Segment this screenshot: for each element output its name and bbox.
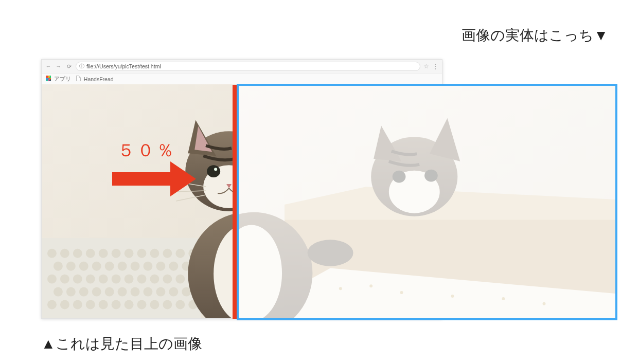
menu-icon[interactable]: ⋮ (432, 63, 439, 70)
percentage-label: ５０％ (117, 139, 176, 162)
bookmark-item-1-label: HandsFread (84, 76, 114, 82)
svg-point-48 (47, 300, 57, 310)
bookmarks-bar: アプリ HandsFread (42, 73, 442, 84)
url-bar[interactable]: ⓘ file:///Users/yu/picTest/test.html (76, 62, 420, 71)
svg-point-19 (118, 262, 127, 271)
svg-point-42 (118, 287, 127, 297)
svg-point-30 (112, 275, 121, 284)
svg-point-49 (60, 300, 69, 310)
svg-point-57 (163, 300, 172, 310)
svg-point-21 (143, 262, 152, 271)
arrow-right-icon (112, 163, 197, 194)
svg-point-15 (66, 262, 76, 271)
fifty-percent-divider (233, 85, 237, 319)
svg-point-8 (125, 249, 134, 258)
svg-point-53 (112, 300, 121, 310)
svg-point-56 (150, 300, 159, 310)
svg-point-16 (79, 262, 88, 271)
svg-point-37 (54, 287, 63, 297)
svg-point-17 (92, 262, 101, 271)
svg-point-14 (54, 262, 63, 271)
svg-point-35 (175, 275, 185, 284)
svg-point-2 (47, 249, 57, 258)
svg-point-25 (47, 275, 57, 284)
svg-point-31 (125, 275, 134, 284)
svg-point-9 (137, 249, 147, 258)
svg-point-47 (182, 287, 191, 297)
svg-point-5 (86, 249, 95, 258)
apps-label: アプリ (54, 76, 71, 82)
svg-point-51 (86, 300, 95, 310)
svg-point-50 (73, 300, 82, 310)
svg-point-41 (105, 287, 114, 297)
url-text: file:///Users/yu/picTest/test.html (86, 63, 161, 69)
svg-point-46 (169, 287, 178, 297)
actual-image-outline (237, 84, 617, 320)
svg-point-23 (169, 262, 178, 271)
svg-point-12 (175, 249, 185, 258)
svg-point-27 (73, 275, 82, 284)
svg-point-34 (163, 275, 172, 284)
svg-point-79 (207, 165, 220, 177)
svg-point-11 (163, 249, 172, 258)
svg-point-29 (99, 275, 108, 284)
svg-point-45 (156, 287, 165, 297)
svg-point-3 (60, 249, 69, 258)
svg-point-6 (99, 249, 108, 258)
info-icon: ⓘ (79, 63, 84, 70)
svg-point-43 (131, 287, 140, 297)
svg-point-32 (137, 275, 147, 284)
svg-point-20 (131, 262, 140, 271)
svg-point-38 (66, 287, 76, 297)
apps-shortcut[interactable]: アプリ (46, 76, 71, 83)
caption-rendered-image: ▲これは見た目上の画像 (41, 334, 202, 354)
svg-point-54 (125, 300, 134, 310)
svg-point-18 (105, 262, 114, 271)
svg-point-10 (150, 249, 159, 258)
caption-actual-image: 画像の実体はこっち▼ (461, 26, 608, 45)
browser-toolbar: ← → ⟳ ⓘ file:///Users/yu/picTest/test.ht… (42, 60, 442, 73)
star-icon[interactable]: ☆ (423, 63, 429, 70)
svg-point-7 (112, 249, 121, 258)
reload-icon[interactable]: ⟳ (65, 63, 73, 70)
apps-icon (46, 76, 51, 81)
svg-point-55 (137, 300, 147, 310)
bookmark-item-1[interactable]: HandsFread (76, 76, 114, 82)
svg-point-52 (99, 300, 108, 310)
ghost-overlay (239, 86, 615, 318)
svg-point-58 (175, 300, 185, 310)
svg-point-33 (150, 275, 159, 284)
svg-point-26 (60, 275, 69, 284)
svg-point-28 (86, 275, 95, 284)
svg-point-81 (214, 168, 217, 171)
svg-point-4 (73, 249, 82, 258)
back-icon[interactable]: ← (45, 63, 52, 69)
svg-point-22 (156, 262, 165, 271)
svg-point-40 (92, 287, 101, 297)
forward-icon[interactable]: → (55, 63, 62, 69)
svg-point-44 (143, 287, 152, 297)
svg-point-39 (79, 287, 88, 297)
page-icon (76, 76, 81, 81)
